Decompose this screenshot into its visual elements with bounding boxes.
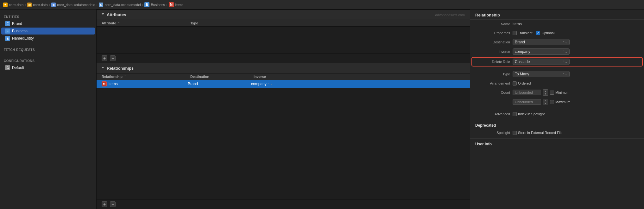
relationships-add-remove-bar: + − bbox=[97, 199, 470, 209]
store-external-group: Store in External Record File bbox=[513, 131, 563, 135]
entity-icon-business: E bbox=[144, 2, 149, 7]
rp-properties-checkboxes: Transient Optional bbox=[513, 31, 554, 35]
inverse-stepper-down[interactable]: ⌄ bbox=[271, 83, 272, 85]
relationship-icon-items: M bbox=[169, 2, 174, 7]
rp-divider-1 bbox=[470, 68, 644, 68]
breadcrumb-item-xcdatamodeld[interactable]: ◧ core_data.xcdatamodeld bbox=[51, 3, 95, 7]
sidebar-item-brand[interactable]: E Brand bbox=[1, 20, 95, 27]
attributes-toggle[interactable] bbox=[102, 13, 104, 16]
remove-relationship-button[interactable]: − bbox=[110, 201, 116, 207]
rp-row-delete-rule: Delete Rule Cascade ⌃⌄ bbox=[471, 57, 643, 66]
remove-attribute-button[interactable]: − bbox=[110, 55, 116, 61]
unbounded-max-stepper[interactable]: ▲ ▼ bbox=[543, 99, 548, 105]
breadcrumb-item-core-data-folder[interactable]: 📁 core-data bbox=[27, 3, 47, 7]
rp-row-destination: Destination Brand ⌃⌄ bbox=[470, 37, 644, 47]
stepper-min-down[interactable]: ▼ bbox=[543, 92, 548, 95]
rp-row-spotlight: Spotlight Store in External Record File bbox=[470, 128, 644, 137]
sidebar: ENTITIES E Brand E Business E NamedEntit… bbox=[0, 10, 97, 209]
unbounded-max-input[interactable]: Unbounded bbox=[513, 99, 541, 105]
breadcrumb-item-core-data-xcode[interactable]: ✦ core-data bbox=[3, 3, 23, 7]
add-attribute-button[interactable]: + bbox=[102, 55, 107, 61]
inverse-dropdown[interactable]: company ⌃⌄ bbox=[513, 48, 570, 55]
stepper-min-up[interactable]: ▲ bbox=[543, 90, 548, 92]
xcdatamodel-icon: ◧ bbox=[99, 3, 103, 7]
attributes-title: Attributes bbox=[107, 12, 126, 17]
rel-empty-row-1 bbox=[97, 88, 470, 97]
attributes-header: Attributes advancedswift.com bbox=[97, 10, 470, 20]
checkbox-transient[interactable] bbox=[513, 31, 517, 35]
unbounded-min-stepper[interactable]: ▲ ▼ bbox=[543, 89, 548, 96]
breadcrumb-item-business[interactable]: E Business bbox=[144, 2, 165, 7]
rp-destination-label: Destination bbox=[475, 40, 510, 44]
sidebar-item-namedentity[interactable]: E NamedEntity bbox=[1, 35, 95, 42]
cb-transient[interactable]: Transient bbox=[513, 31, 532, 35]
ordered-label: Ordered bbox=[518, 81, 531, 85]
unbounded-max-group: Unbounded ▲ ▼ Maximum bbox=[513, 99, 571, 105]
col-inverse: Inverse bbox=[254, 75, 465, 79]
checkbox-ordered[interactable] bbox=[513, 81, 517, 86]
relationships-title: Relationships bbox=[107, 66, 134, 71]
rp-delete-rule-label: Delete Rule bbox=[475, 60, 510, 64]
inverse-dropdown-arrow: ⌃⌄ bbox=[562, 50, 567, 54]
entity-icon-e-brand: E bbox=[5, 21, 10, 26]
configurations-label: CONFIGURATIONS bbox=[0, 57, 96, 64]
rp-name-label: Name bbox=[475, 22, 510, 26]
rp-type-label: Type bbox=[475, 72, 510, 76]
rp-count-label: Count bbox=[475, 91, 510, 94]
entity-icon-e-namedentity: E bbox=[5, 36, 10, 41]
xcdatamodeld-icon: ◧ bbox=[51, 3, 56, 7]
rp-divider-2 bbox=[470, 108, 644, 108]
unbounded-min-group: Unbounded ▲ ▼ Minimum bbox=[513, 89, 570, 96]
sidebar-item-business[interactable]: E Business bbox=[1, 28, 95, 35]
type-dropdown-text: To Many bbox=[515, 72, 529, 76]
rp-arrangement-label: Arrangement bbox=[475, 81, 510, 85]
checkbox-optional[interactable] bbox=[536, 31, 540, 35]
deprecated-section-label: Deprecated bbox=[470, 121, 644, 128]
stepper-max-down[interactable]: ▼ bbox=[543, 102, 548, 105]
maximum-label-group: Maximum bbox=[550, 100, 571, 104]
checkbox-store-external[interactable] bbox=[513, 131, 517, 135]
rp-row-advanced: Advanced Index in Spotlight bbox=[470, 110, 644, 118]
delete-rule-dropdown-text: Cascade bbox=[515, 60, 530, 64]
checkbox-maximum[interactable] bbox=[550, 100, 554, 104]
breadcrumb-item-xcdatamodel[interactable]: ◧ core_data.xcdatamodel bbox=[99, 3, 141, 7]
delete-rule-dropdown[interactable]: Cascade ⌃⌄ bbox=[513, 59, 570, 65]
optional-label: Optional bbox=[541, 31, 554, 35]
rp-row-count-max: Unbounded ▲ ▼ Maximum bbox=[470, 97, 644, 107]
store-external-label: Store in External Record File bbox=[518, 131, 563, 135]
rp-inverse-label: Inverse bbox=[475, 50, 510, 54]
right-panel-title: Relationship bbox=[470, 10, 644, 20]
type-dropdown[interactable]: To Many ⌃⌄ bbox=[513, 71, 570, 77]
row-icon-m-items: M bbox=[102, 81, 107, 86]
breadcrumb-item-items[interactable]: M items bbox=[169, 2, 183, 7]
destination-dropdown-text: Brand bbox=[515, 40, 525, 44]
sidebar-item-default[interactable]: C Default bbox=[1, 64, 95, 71]
user-info-section-label: User Info bbox=[470, 140, 644, 147]
fetch-requests-label: FETCH REQUESTS bbox=[0, 46, 96, 53]
stepper-max-up[interactable]: ▲ bbox=[543, 99, 548, 102]
sidebar-item-label-business: Business bbox=[12, 29, 28, 33]
relationships-toggle[interactable] bbox=[102, 67, 104, 70]
col-attribute: Attribute ⌃ bbox=[102, 21, 190, 25]
destination-dropdown-arrow: ⌃⌄ bbox=[562, 41, 567, 44]
rp-name-value: items bbox=[513, 22, 522, 26]
relationships-table-body: M items Brand company ⌃ ⌄ bbox=[97, 80, 470, 199]
add-relationship-button[interactable]: + bbox=[102, 201, 107, 207]
checkbox-minimum[interactable] bbox=[550, 91, 554, 95]
destination-dropdown[interactable]: Brand ⌃⌄ bbox=[513, 39, 570, 45]
rel-empty-row-2 bbox=[97, 97, 470, 106]
table-row-items[interactable]: M items Brand company ⌃ ⌄ bbox=[97, 80, 470, 88]
right-panel: Relationship Name items Properties Trans… bbox=[470, 10, 644, 209]
maximum-label: Maximum bbox=[555, 100, 571, 104]
cb-ordered[interactable]: Ordered bbox=[513, 81, 531, 86]
folder-icon: 📁 bbox=[27, 3, 32, 7]
unbounded-min-input[interactable]: Unbounded bbox=[513, 90, 541, 95]
col-destination: Destination bbox=[190, 75, 254, 79]
checkbox-index-spotlight[interactable] bbox=[513, 112, 517, 116]
cb-optional[interactable]: Optional bbox=[536, 31, 554, 35]
row-dest-items: Brand bbox=[188, 82, 251, 86]
rp-divider-3 bbox=[470, 120, 644, 120]
minimum-label: Minimum bbox=[555, 91, 570, 94]
inverse-stepper-up[interactable]: ⌃ bbox=[268, 83, 269, 85]
col-type: Type bbox=[190, 21, 465, 25]
